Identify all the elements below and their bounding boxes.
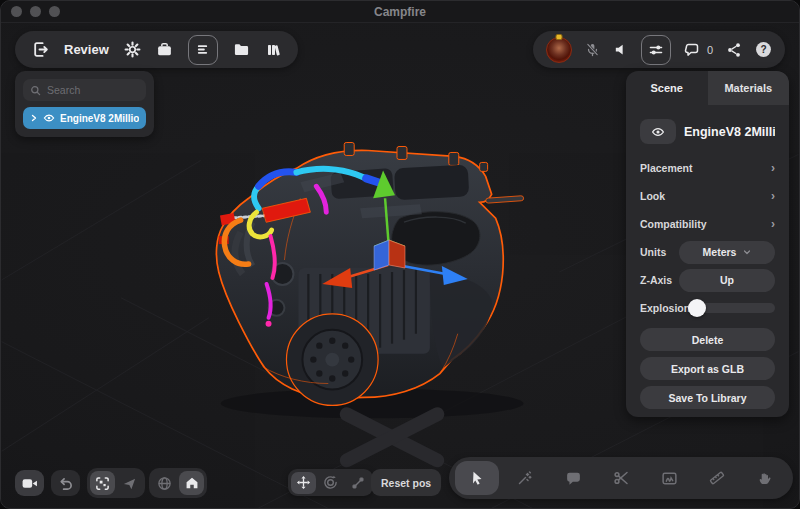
share-icon[interactable]	[726, 42, 742, 58]
tab-materials[interactable]: Materials	[708, 71, 790, 105]
scene-list-tab[interactable]	[188, 35, 218, 65]
review-button[interactable]: Review	[64, 42, 109, 57]
eye-icon	[651, 125, 665, 139]
rotate-tool-button[interactable]	[318, 472, 343, 494]
folder-icon[interactable]	[233, 41, 250, 58]
comment-tool[interactable]	[549, 457, 597, 499]
select-tool[interactable]	[453, 457, 501, 499]
chevron-down-icon	[743, 248, 751, 256]
outliner-panel: EngineV8 2Million ...	[15, 71, 154, 137]
close-window-button[interactable]	[11, 6, 22, 17]
cut-tool[interactable]	[597, 457, 645, 499]
camera-capture-button[interactable]	[15, 470, 44, 496]
zaxis-label: Z-Axis	[640, 274, 672, 286]
section-look[interactable]: Look ›	[640, 182, 775, 210]
reset-position-button[interactable]: Reset pos	[371, 469, 441, 496]
zoom-window-button[interactable]	[49, 6, 60, 17]
object-title: EngineV8 2Million Tr	[684, 125, 775, 139]
titlebar: Campfire	[1, 1, 799, 23]
crown-badge	[555, 34, 562, 40]
move-icon	[296, 475, 311, 490]
draw-icon	[661, 470, 678, 487]
section-placement[interactable]: Placement ›	[640, 154, 775, 182]
chevron-right-icon[interactable]	[30, 114, 38, 122]
avatar[interactable]	[546, 37, 572, 63]
mic-muted-icon[interactable]	[585, 42, 600, 57]
app-window: Campfire	[0, 0, 800, 509]
minimize-window-button[interactable]	[30, 6, 41, 17]
inspector-panel: Scene Materials EngineV8 2Million Tr Pla…	[626, 71, 789, 417]
fly-navigate-button[interactable]	[117, 471, 142, 495]
grab-tool[interactable]	[741, 457, 789, 499]
fly-icon	[122, 476, 137, 491]
tree-item-label: EngineV8 2Million ...	[60, 113, 139, 124]
zaxis-row: Z-Axis Up	[640, 266, 775, 294]
globe-button[interactable]	[152, 471, 177, 495]
undo-button[interactable]	[51, 470, 80, 496]
chevron-right-icon: ›	[771, 217, 775, 231]
chevron-right-icon: ›	[771, 189, 775, 203]
eye-icon[interactable]	[43, 112, 55, 124]
view-mode-group	[87, 468, 145, 498]
cursor-icon	[469, 470, 485, 486]
exit-icon[interactable]	[32, 41, 49, 58]
units-label: Units	[640, 246, 666, 258]
chat-icon[interactable]	[684, 42, 700, 58]
camera-icon	[21, 475, 38, 492]
inspector-tabs: Scene Materials	[626, 71, 789, 105]
main-toolbar: Review	[15, 31, 298, 68]
save-to-library-button[interactable]: Save To Library	[640, 386, 775, 409]
scissors-icon	[613, 470, 629, 486]
comment-icon	[565, 470, 582, 487]
environment-group	[149, 468, 207, 498]
export-glb-button[interactable]: Export as GLB	[640, 357, 775, 380]
laser-tool[interactable]	[501, 457, 549, 499]
move-tool-button[interactable]	[291, 472, 316, 494]
home-view-button[interactable]	[179, 471, 204, 495]
frame-capture-button[interactable]	[90, 471, 115, 495]
hand-icon	[757, 470, 773, 486]
slider-knob[interactable]	[688, 299, 706, 317]
globe-icon	[157, 476, 172, 491]
library-icon[interactable]	[265, 42, 281, 58]
frame-icon	[95, 476, 110, 491]
list-icon	[195, 42, 210, 57]
visibility-toggle-button[interactable]	[640, 119, 676, 144]
units-dropdown[interactable]: Meters	[679, 241, 775, 264]
chevron-right-icon: ›	[771, 161, 775, 175]
ruler-icon	[709, 470, 725, 486]
window-title: Campfire	[1, 5, 799, 19]
measure-tool[interactable]	[693, 457, 741, 499]
audio-settings-button[interactable]	[641, 35, 671, 65]
explosion-row: Explosion	[640, 294, 775, 322]
laser-icon	[517, 470, 533, 486]
tree-item-engine[interactable]: EngineV8 2Million ...	[23, 107, 146, 129]
search-icon	[30, 85, 41, 96]
chat-count: 0	[707, 44, 713, 56]
briefcase-icon[interactable]	[156, 41, 173, 58]
units-row: Units Meters	[640, 238, 775, 266]
explosion-label: Explosion	[640, 302, 690, 314]
scale-tool-button[interactable]	[345, 472, 370, 494]
search-box[interactable]	[23, 79, 146, 101]
speaker-icon[interactable]	[613, 42, 628, 57]
undo-icon	[58, 476, 73, 491]
session-toolbar: 0 ?	[533, 31, 785, 68]
rotate-icon	[323, 475, 338, 490]
section-compatibility[interactable]: Compatibility ›	[640, 210, 775, 238]
home-icon	[185, 476, 199, 490]
gear-icon[interactable]	[124, 41, 141, 58]
explosion-slider[interactable]	[690, 303, 775, 313]
annotate-tool[interactable]	[645, 457, 693, 499]
zaxis-button[interactable]: Up	[679, 269, 775, 292]
delete-button[interactable]: Delete	[640, 328, 775, 351]
traffic-lights[interactable]	[11, 6, 60, 17]
tool-dock	[449, 457, 793, 499]
scale-icon	[351, 476, 365, 490]
help-icon[interactable]: ?	[755, 41, 772, 58]
sliders-icon	[648, 42, 664, 58]
search-input[interactable]	[47, 84, 139, 96]
svg-text:?: ?	[760, 44, 766, 55]
tab-scene[interactable]: Scene	[626, 71, 708, 105]
transform-tool-group	[288, 469, 373, 496]
